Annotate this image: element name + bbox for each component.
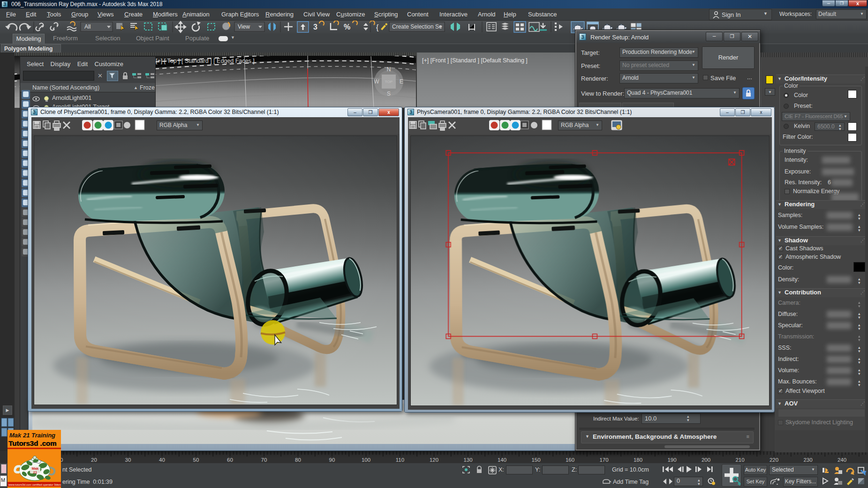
svg-text:180: 180 (634, 457, 642, 463)
svg-text:20: 20 (91, 457, 97, 463)
svg-text:120: 120 (430, 457, 438, 463)
svg-text:TOP: TOP (385, 80, 392, 84)
svg-text:All: All (84, 23, 91, 30)
svg-text:170: 170 (599, 457, 608, 463)
svg-text:70: 70 (261, 457, 267, 463)
svg-text:3: 3 (313, 23, 317, 31)
svg-text:[+] [ Top ] [ Standard ] [ Edg: [+] [ Top ] [ Standard ] [ Edged Faces ] (156, 58, 255, 64)
svg-text:210: 210 (735, 457, 744, 463)
svg-text:140: 140 (498, 457, 506, 463)
svg-text:50: 50 (193, 457, 199, 463)
svg-text:240: 240 (838, 457, 846, 463)
svg-text:View: View (238, 23, 250, 30)
svg-text:130: 130 (463, 457, 472, 463)
svg-text:21: 21 (33, 470, 37, 474)
svg-text:220: 220 (770, 457, 778, 463)
svg-text:40: 40 (159, 457, 165, 463)
svg-text:%: % (344, 23, 350, 31)
svg-text:190: 190 (667, 457, 676, 463)
svg-text:S: S (387, 90, 391, 97)
svg-text:150: 150 (531, 457, 540, 463)
svg-text:80: 80 (295, 457, 301, 463)
svg-text:N: N (387, 66, 391, 73)
svg-text:90: 90 (329, 457, 335, 463)
svg-text:30: 30 (125, 457, 131, 463)
svg-text:60: 60 (227, 457, 233, 463)
svg-text:160: 160 (566, 457, 574, 463)
svg-text:W: W (374, 78, 379, 85)
svg-text:Create Selection Se: Create Selection Se (392, 23, 442, 30)
svg-text:230: 230 (803, 457, 812, 463)
svg-text:E: E (400, 78, 403, 85)
svg-text:100: 100 (362, 457, 370, 463)
svg-text:110: 110 (396, 457, 404, 463)
svg-text:{: { (376, 23, 379, 31)
svg-text:200: 200 (702, 457, 710, 463)
